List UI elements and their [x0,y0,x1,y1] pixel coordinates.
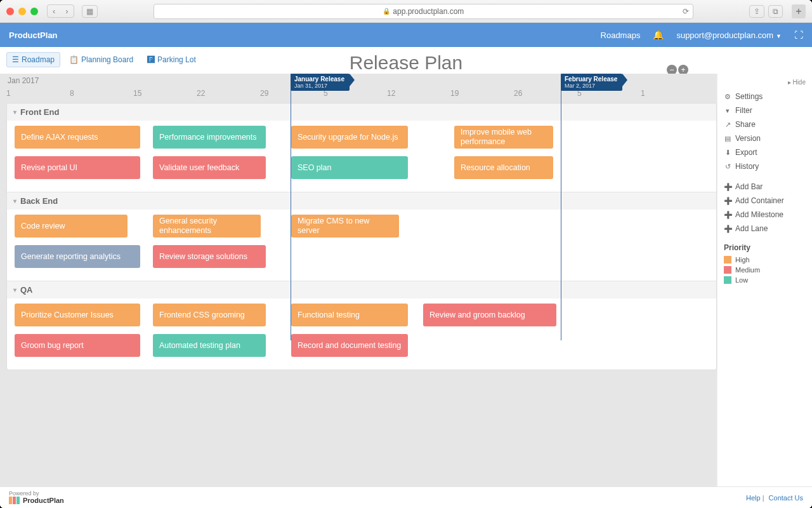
toolbar-right: ⇪ ⧉ [749,5,783,18]
tab-planning-board[interactable]: 📋Planning Board [64,53,138,67]
legend-item: Medium [724,265,806,275]
chevron-down-icon: ▾ [13,197,16,204]
roadmap-bar[interactable]: Record and document testing [291,334,408,357]
version-link[interactable]: ▤Version [724,131,806,145]
day-label: 1 [6,89,70,98]
day-label: 1 [641,89,704,98]
timeline-header: Jan 2017FebMar 18152229512192651 January… [6,74,717,103]
url-text: app.productplan.com [393,7,464,16]
add-bar-button[interactable]: ➕Add Bar [724,180,806,194]
roadmap-bar[interactable]: Improve mobile web performance [454,126,553,149]
notifications-icon[interactable]: 🔔 [653,30,664,40]
forward-button[interactable]: › [60,5,73,17]
legend-swatch [724,276,731,284]
legend-item: Low [724,275,806,285]
history-link[interactable]: ↺History [724,159,806,173]
back-button[interactable]: ‹ [48,5,60,17]
lane-row: Groom bug reportAutomated testing planRe… [7,334,716,359]
roadmap-bar[interactable]: Groom bug report [15,334,140,357]
export-link[interactable]: ⬇Export [724,145,806,159]
legend-item: High [724,255,806,265]
footer-logo[interactable]: ProductPlan [9,497,64,504]
lane-body: Define AJAX requestsPerformance improvem… [7,121,716,192]
roadmap-bar[interactable]: Automated testing plan [153,334,266,357]
lock-icon: 🔒 [383,8,390,15]
nav-roadmaps[interactable]: Roadmaps [601,30,641,40]
lane-row: Prioritize Customer IssuesFrontend CSS g… [7,304,716,329]
legend-swatch [724,256,731,264]
reload-icon[interactable]: ⟳ [683,7,689,16]
tab-roadmap[interactable]: ☰Roadmap [6,52,60,67]
account-menu[interactable]: support@productplan.com▼ [676,30,782,40]
timeline[interactable]: Jan 2017FebMar 18152229512192651 January… [0,74,717,486]
browser-toolbar: ‹ › ▦ 🔒 app.productplan.com ⟳ ⇪ ⧉ + [0,0,812,23]
roadmap-bar[interactable]: Review storage solutions [153,245,266,268]
logo-icon [9,497,20,504]
lane-row: Revise portal UIValidate user feedbackSE… [7,156,716,182]
version-icon: ▤ [724,135,731,143]
plus-icon: ➕ [724,197,731,205]
lanes-container: ▾Front EndDefine AJAX requestsPerformanc… [6,103,717,370]
address-bar[interactable]: 🔒 app.productplan.com ⟳ [154,4,693,19]
help-link[interactable]: Help [746,494,761,502]
chevron-down-icon: ▼ [776,33,782,39]
chevron-down-icon: ▾ [13,286,16,293]
roadmap-bar[interactable]: Generate reporting analytics [15,245,140,268]
share-button[interactable]: ⇪ [749,5,764,18]
tabs-button[interactable]: ⧉ [768,5,783,18]
roadmap-bar[interactable]: Prioritize Customer Issues [15,304,140,326]
plus-icon: ➕ [724,225,731,233]
milestone[interactable]: February ReleaseMar 2, 2017 [561,74,622,91]
plus-icon: ➕ [724,183,731,191]
minimize-window-button[interactable] [18,8,26,15]
lane-header[interactable]: ▾QA [7,281,716,298]
chevron-down-icon: ▾ [13,109,16,116]
hide-panel-button[interactable]: ▸ Hide [724,79,806,86]
share-link[interactable]: ↗Share [724,117,806,131]
maximize-window-button[interactable] [30,8,38,15]
download-icon: ⬇ [724,149,731,157]
add-milestone-button[interactable]: ➕Add Milestone [724,208,806,222]
tab-parking-lot[interactable]: 🅿Parking Lot [142,53,201,67]
contact-link[interactable]: Contact Us [769,494,803,502]
roadmap-bar[interactable]: Migrate CMS to new server [291,215,399,237]
new-tab-button[interactable]: + [792,4,806,18]
roadmap-bar[interactable]: Define AJAX requests [15,126,140,149]
brand-label[interactable]: ProductPlan [9,30,58,40]
app-body: Release Plan ☰Roadmap 📋Planning Board 🅿P… [0,47,812,508]
plus-icon: ➕ [724,211,731,219]
lane-body: Prioritize Customer IssuesFrontend CSS g… [7,298,716,370]
roadmap-bar[interactable]: Functional testing [291,304,408,326]
day-label: 22 [197,89,260,98]
milestone[interactable]: January ReleaseJan 31, 2017 [291,74,350,91]
settings-link[interactable]: ⚙Settings [724,90,806,104]
roadmap-bar[interactable]: Performance improvements [153,126,266,149]
share-icon: ↗ [724,121,731,129]
roadmap-bar[interactable]: Security upgrade for Node.js [291,126,408,149]
lane-header[interactable]: ▾Back End [7,192,716,210]
roadmap-bar[interactable]: General security enhancements [153,215,261,237]
window-controls [6,8,38,15]
roadmap-bar[interactable]: Resource allocation [454,156,553,179]
roadmap-bar[interactable]: Validate user feedback [153,156,266,179]
nav-buttons: ‹ › [47,4,74,18]
page-title: Release Plan [350,52,462,74]
browser-window: ‹ › ▦ 🔒 app.productplan.com ⟳ ⇪ ⧉ + Prod… [0,0,812,508]
powered-by-label: Powered by [9,491,64,497]
roadmap-bar[interactable]: SEO plan [291,156,408,179]
add-lane-button[interactable]: ➕Add Lane [724,222,806,236]
roadmap-bar[interactable]: Review and groom backlog [423,304,556,326]
roadmap-bar[interactable]: Code review [15,215,128,237]
gear-icon: ⚙ [724,93,731,101]
lane-header[interactable]: ▾Front End [7,104,716,121]
fullscreen-icon[interactable]: ⛶ [794,30,803,40]
roadmap-bar[interactable]: Frontend CSS grooming [153,304,266,326]
roadmap-bar[interactable]: Revise portal UI [15,156,140,179]
day-label: 19 [450,89,514,98]
parking-icon: 🅿 [147,55,155,64]
tab-overview-button[interactable]: ▦ [82,5,98,18]
filter-link[interactable]: ▾Filter [724,104,806,117]
board-icon: 📋 [69,55,79,64]
close-window-button[interactable] [6,8,14,15]
add-container-button[interactable]: ➕Add Container [724,194,806,208]
